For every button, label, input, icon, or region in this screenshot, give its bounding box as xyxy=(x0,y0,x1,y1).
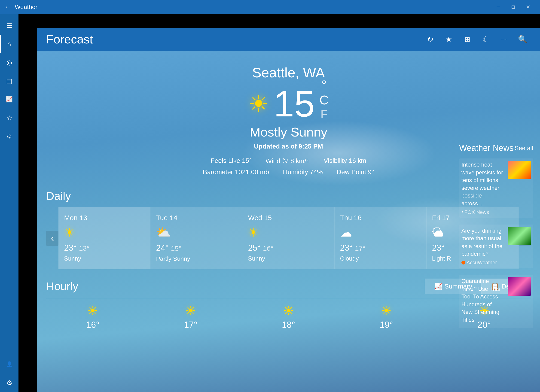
feels-like: Feels Like 15° xyxy=(211,157,252,165)
news-headline: Intense heat wave persists for tens of m… xyxy=(461,161,504,208)
more-button[interactable]: ··· xyxy=(496,31,512,47)
main-content: Seattle, WA ☀ 15 ° C F Mostly Sunny Upda… xyxy=(37,51,540,392)
refresh-button[interactable]: ↻ xyxy=(422,31,438,47)
hour-icon: ☀ xyxy=(87,304,98,318)
news-text: Intense heat wave persists for tens of m… xyxy=(461,161,504,215)
pin-button[interactable]: ⊞ xyxy=(459,31,475,47)
see-all-link[interactable]: See all xyxy=(515,145,533,152)
back-button[interactable]: ← xyxy=(5,3,11,11)
accuweather-icon xyxy=(461,261,465,264)
sidebar-item-radar[interactable]: ◎ xyxy=(0,53,19,72)
moon-icon: ☾ xyxy=(482,35,489,44)
news-item-1[interactable]: Intense heat wave persists for tens of m… xyxy=(459,159,533,218)
window-controls: ─ □ ✕ xyxy=(491,0,535,14)
hour-card-1: ☀ 16° xyxy=(46,304,139,330)
current-weather-icon: ☀ xyxy=(248,90,269,117)
day-temps: 24° 15° xyxy=(156,243,237,253)
day-name: Mon 13 xyxy=(64,214,145,222)
day-icon: ⛅ xyxy=(156,225,237,239)
news-text: Quarantine Time? Use This Tool To Access… xyxy=(461,277,504,326)
home-icon: ⌂ xyxy=(7,40,11,48)
humidity: Humidity 74% xyxy=(283,169,323,176)
favorite-button[interactable]: ★ xyxy=(441,31,457,47)
news-header: Weather News See all xyxy=(459,143,533,153)
sidebar-item-news[interactable]: ▤ xyxy=(0,72,19,90)
degree-symbol: ° xyxy=(319,77,329,92)
search-icon: 🔍 xyxy=(518,35,527,44)
temperature-row: ☀ 15 ° C F xyxy=(37,85,540,122)
day-icon: ☀ xyxy=(248,225,329,239)
day-card-mon[interactable]: Mon 13 ☀ 23° 13° Sunny xyxy=(59,207,150,269)
sidebar-item-favorites[interactable]: ☆ xyxy=(0,109,19,127)
day-condition: Partly Sunny xyxy=(156,255,237,263)
favorites-icon: ☆ xyxy=(6,114,12,122)
news-source: ⧸ FOX News xyxy=(461,209,504,215)
hamburger-menu[interactable]: ☰ xyxy=(0,16,19,35)
life-icon: ☺ xyxy=(6,133,13,140)
app-title: Weather xyxy=(15,4,37,11)
day-card-thu[interactable]: Thu 16 ☁ 23° 17° Cloudy xyxy=(335,207,426,269)
day-condition: Cloudy xyxy=(340,255,421,262)
news-thumbnail xyxy=(508,161,531,179)
star-icon: ★ xyxy=(445,35,452,44)
sidebar-item-life[interactable]: ☺ xyxy=(0,127,19,145)
day-card-wed[interactable]: Wed 15 ☀ 25° 16° Sunny xyxy=(242,207,334,269)
sidebar-item-settings[interactable]: ⚙ xyxy=(0,373,19,392)
day-temps: 25° 16° xyxy=(248,243,329,253)
maps-icon: 📈 xyxy=(6,96,13,103)
news-thumbnail xyxy=(508,227,531,245)
city-name: Seattle, WA xyxy=(37,65,540,81)
celsius-button[interactable]: C xyxy=(319,92,329,107)
news-text: Are you drinking more than usual as a re… xyxy=(461,227,504,266)
daily-prev-button[interactable]: ‹ xyxy=(46,231,59,246)
sidebar: ☰ ⌂ ◎ ▤ 📈 ☆ ☺ 👤 ⚙ xyxy=(0,14,19,392)
header-bar: Forecast ↻ ★ ⊞ ☾ ··· 🔍 xyxy=(37,28,540,51)
hour-card-2: ☀ 17° xyxy=(144,304,237,330)
settings-icon: ⚙ xyxy=(6,379,12,387)
more-icon: ··· xyxy=(501,36,507,43)
search-button[interactable]: 🔍 xyxy=(515,31,531,47)
summary-chart-icon: 📈 xyxy=(434,283,442,290)
day-name: Thu 16 xyxy=(340,214,421,222)
day-condition: Sunny xyxy=(248,255,329,262)
news-source: AccuWeather xyxy=(461,260,504,266)
wind: Wind 🌬 8 km/h xyxy=(265,157,310,165)
dew-point: Dew Point 9° xyxy=(337,169,374,176)
day-condition: Sunny xyxy=(64,255,145,262)
close-button[interactable]: ✕ xyxy=(520,0,535,14)
news-item-3[interactable]: Quarantine Time? Use This Tool To Access… xyxy=(459,275,533,328)
hour-temp: 19° xyxy=(380,320,393,330)
day-name: Tue 14 xyxy=(156,214,237,222)
menu-icon: ☰ xyxy=(6,22,12,29)
main-area: Forecast ↻ ★ ⊞ ☾ ··· 🔍 xyxy=(19,14,540,392)
sidebar-item-maps[interactable]: 📈 xyxy=(0,90,19,109)
news-thumbnail xyxy=(508,277,531,296)
news-item-2[interactable]: Are you drinking more than usual as a re… xyxy=(459,224,533,268)
avatar-icon: 👤 xyxy=(6,361,12,367)
hour-icon: ☀ xyxy=(381,304,392,318)
maximize-button[interactable]: □ xyxy=(506,0,520,14)
news-section: Weather News See all Intense heat wave p… xyxy=(452,143,540,335)
day-icon: ☀ xyxy=(64,225,145,239)
news-icon: ▤ xyxy=(6,77,12,85)
refresh-icon: ↻ xyxy=(427,35,434,44)
sidebar-item-avatar[interactable]: 👤 xyxy=(0,355,19,373)
daily-cards: Mon 13 ☀ 23° 13° Sunny Tue 14 ⛅ 24° 15° xyxy=(59,207,518,269)
radar-icon: ◎ xyxy=(6,59,12,66)
sidebar-item-home[interactable]: ⌂ xyxy=(0,35,19,53)
fahrenheit-button[interactable]: F xyxy=(319,107,329,121)
hour-card-3: ☀ 18° xyxy=(242,304,335,330)
hour-temp: 18° xyxy=(282,320,295,330)
visibility: Visibility 16 km xyxy=(324,157,366,165)
temperature-value: 15 xyxy=(274,85,315,122)
day-temps: 23° 17° xyxy=(340,243,421,253)
night-mode-button[interactable]: ☾ xyxy=(478,31,494,47)
news-headline: Are you drinking more than usual as a re… xyxy=(461,227,504,258)
weather-condition: Mostly Sunny xyxy=(37,124,540,139)
day-icon: ☁ xyxy=(340,225,421,239)
minimize-button[interactable]: ─ xyxy=(491,0,506,14)
day-temps: 23° 13° xyxy=(64,243,145,253)
day-card-tue[interactable]: Tue 14 ⛅ 24° 15° Partly Sunny xyxy=(150,207,242,269)
page-title: Forecast xyxy=(46,32,93,46)
hour-icon: ☀ xyxy=(185,304,196,318)
